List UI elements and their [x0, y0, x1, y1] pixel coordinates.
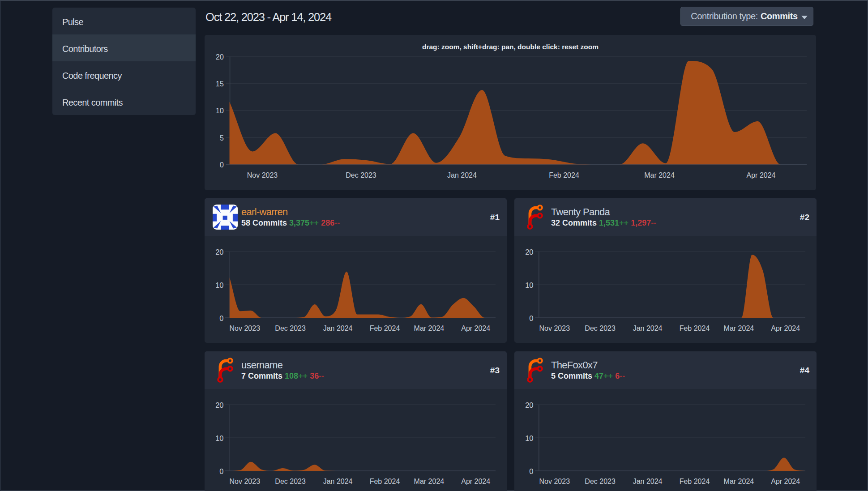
svg-text:Mar 2024: Mar 2024 — [724, 478, 754, 485]
svg-text:Jan 2024: Jan 2024 — [633, 324, 663, 332]
svg-text:15: 15 — [216, 80, 224, 88]
svg-text:10: 10 — [525, 434, 533, 442]
svg-text:Jan 2024: Jan 2024 — [323, 478, 353, 485]
svg-text:Jan 2024: Jan 2024 — [447, 171, 477, 179]
svg-text:Dec 2023: Dec 2023 — [275, 478, 306, 485]
svg-text:Nov 2023: Nov 2023 — [230, 478, 261, 485]
svg-text:0: 0 — [529, 314, 533, 322]
svg-text:Apr 2024: Apr 2024 — [771, 324, 800, 332]
svg-text:10: 10 — [215, 281, 223, 289]
svg-text:5: 5 — [220, 134, 224, 142]
svg-text:Feb 2024: Feb 2024 — [680, 478, 710, 485]
svg-text:Feb 2024: Feb 2024 — [370, 478, 400, 485]
svg-text:Feb 2024: Feb 2024 — [549, 171, 579, 179]
svg-text:20: 20 — [525, 401, 533, 409]
svg-text:Dec 2023: Dec 2023 — [585, 478, 616, 485]
svg-text:0: 0 — [219, 314, 223, 322]
svg-text:0: 0 — [220, 161, 224, 169]
svg-text:Apr 2024: Apr 2024 — [771, 478, 800, 485]
svg-text:Apr 2024: Apr 2024 — [461, 478, 490, 485]
svg-text:Feb 2024: Feb 2024 — [680, 324, 710, 332]
svg-text:Apr 2024: Apr 2024 — [461, 324, 490, 332]
svg-text:Mar 2024: Mar 2024 — [644, 171, 675, 179]
svg-text:Mar 2024: Mar 2024 — [724, 324, 754, 332]
svg-text:Dec 2023: Dec 2023 — [346, 171, 376, 179]
svg-text:Nov 2023: Nov 2023 — [230, 324, 261, 332]
svg-text:Feb 2024: Feb 2024 — [370, 324, 400, 332]
svg-text:10: 10 — [215, 434, 223, 442]
svg-text:20: 20 — [525, 248, 533, 256]
svg-text:20: 20 — [215, 248, 223, 256]
svg-text:10: 10 — [525, 281, 533, 289]
svg-text:Mar 2024: Mar 2024 — [414, 478, 445, 485]
svg-text:Nov 2023: Nov 2023 — [247, 171, 278, 179]
svg-text:Mar 2024: Mar 2024 — [414, 324, 445, 332]
svg-text:Nov 2023: Nov 2023 — [539, 478, 570, 485]
svg-text:20: 20 — [216, 53, 224, 61]
svg-text:Jan 2024: Jan 2024 — [633, 478, 663, 485]
svg-text:20: 20 — [215, 401, 223, 409]
svg-text:Apr 2024: Apr 2024 — [747, 171, 776, 179]
svg-text:drag: zoom, shift+drag: pan, d: drag: zoom, shift+drag: pan, double clic… — [422, 43, 599, 51]
svg-text:0: 0 — [219, 467, 223, 475]
svg-text:10: 10 — [216, 107, 224, 115]
svg-text:Dec 2023: Dec 2023 — [585, 324, 616, 332]
svg-text:0: 0 — [529, 467, 533, 475]
svg-text:Nov 2023: Nov 2023 — [539, 324, 570, 332]
svg-text:Dec 2023: Dec 2023 — [275, 324, 306, 332]
svg-text:Jan 2024: Jan 2024 — [323, 324, 353, 332]
